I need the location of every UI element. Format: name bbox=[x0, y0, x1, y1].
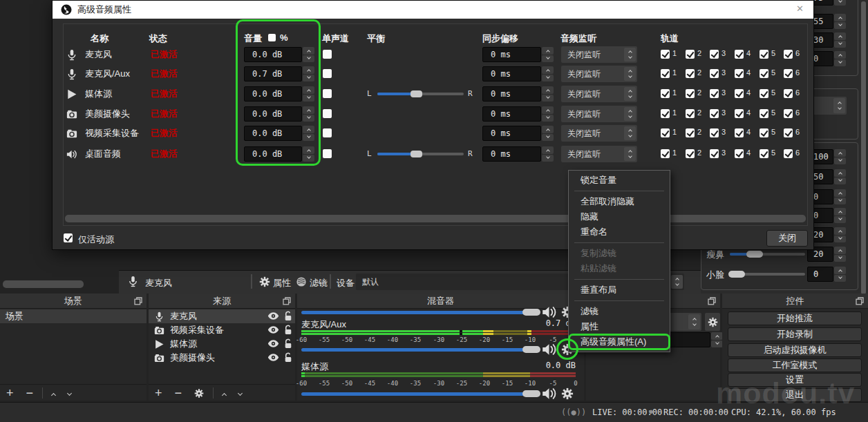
source-properties-gear-icon[interactable] bbox=[188, 387, 210, 398]
eye-icon[interactable] bbox=[267, 311, 279, 320]
spin-down-button[interactable] bbox=[834, 59, 846, 67]
source-list-item[interactable]: 美颜摄像头 bbox=[149, 351, 295, 365]
track-2-checkbox[interactable] bbox=[686, 50, 695, 59]
sync-offset-spinner[interactable] bbox=[542, 146, 554, 162]
beauty-spinner[interactable] bbox=[834, 169, 846, 184]
spin-up-button[interactable] bbox=[834, 189, 846, 197]
track-1-checkbox[interactable] bbox=[661, 50, 670, 59]
control-button-4[interactable]: 工作室模式 bbox=[728, 358, 862, 372]
volume-spinner[interactable] bbox=[303, 146, 314, 162]
sync-offset-spinner[interactable] bbox=[542, 106, 554, 122]
spin-down-button[interactable] bbox=[303, 134, 314, 142]
spin-down-button[interactable] bbox=[834, 157, 846, 165]
monitoring-dropdown[interactable]: 关闭监听 bbox=[561, 146, 637, 162]
monitoring-dropdown[interactable]: 关闭监听 bbox=[561, 66, 637, 82]
lock-icon[interactable] bbox=[284, 352, 292, 363]
beauty-spinner[interactable] bbox=[834, 247, 846, 262]
spin-down-button[interactable] bbox=[834, 41, 846, 48]
menu-item-generic[interactable]: 隐藏 bbox=[569, 209, 670, 224]
track-2-checkbox[interactable] bbox=[686, 109, 695, 118]
volume-percent-toggle[interactable] bbox=[268, 34, 276, 41]
spin-up-button[interactable] bbox=[303, 86, 314, 94]
source-list-item[interactable]: 视频采集设备 bbox=[149, 323, 295, 337]
beauty-spinner[interactable] bbox=[834, 208, 846, 223]
menu-item-generic[interactable]: 全部取消隐藏 bbox=[569, 194, 670, 209]
monitoring-dropdown[interactable]: 关闭监听 bbox=[561, 106, 637, 122]
sync-offset-spinner[interactable] bbox=[542, 86, 554, 102]
sync-offset-field[interactable]: 0 ms bbox=[482, 126, 541, 141]
popout-icon[interactable] bbox=[134, 297, 142, 305]
source-down-button[interactable] bbox=[232, 386, 248, 400]
add-source-button[interactable]: + bbox=[149, 386, 169, 400]
spin-down-button[interactable] bbox=[834, 198, 846, 205]
mixer-volume-slider[interactable] bbox=[301, 348, 537, 352]
mono-checkbox[interactable] bbox=[323, 69, 332, 78]
sync-offset-field[interactable]: 0 ms bbox=[482, 47, 541, 62]
control-button-6[interactable]: 退出 bbox=[728, 388, 862, 402]
mono-checkbox[interactable] bbox=[323, 89, 332, 98]
track-5-checkbox[interactable] bbox=[760, 89, 768, 98]
monitoring-dropdown[interactable]: 关闭监听 bbox=[561, 46, 637, 63]
track-2-checkbox[interactable] bbox=[686, 149, 695, 158]
volume-spinner[interactable] bbox=[303, 106, 314, 122]
track-5-checkbox[interactable] bbox=[760, 69, 768, 78]
spin-down-button[interactable] bbox=[303, 115, 314, 122]
mixer-slider-handle[interactable] bbox=[522, 390, 540, 397]
spin-down-button[interactable] bbox=[303, 75, 314, 82]
track-3-checkbox[interactable] bbox=[710, 149, 719, 158]
spin-down-button[interactable] bbox=[303, 55, 314, 63]
track-1-checkbox[interactable] bbox=[661, 149, 670, 158]
track-4-checkbox[interactable] bbox=[735, 89, 744, 98]
volume-field[interactable]: 0.0 dB bbox=[244, 47, 302, 62]
beauty-slider-handle[interactable] bbox=[728, 271, 745, 278]
track-5-checkbox[interactable] bbox=[760, 50, 768, 59]
sync-offset-field[interactable]: 0 ms bbox=[482, 106, 541, 122]
spin-down-button[interactable] bbox=[542, 115, 554, 122]
monitoring-dropdown[interactable]: 关闭监听 bbox=[561, 125, 637, 142]
track-6-checkbox[interactable] bbox=[784, 89, 793, 98]
spin-down-button[interactable] bbox=[542, 75, 554, 82]
dropdown-spinner[interactable] bbox=[624, 147, 636, 161]
monitoring-dropdown[interactable]: 关闭监听 bbox=[561, 86, 637, 102]
beauty-spinner[interactable] bbox=[834, 149, 846, 164]
control-button-5[interactable]: 设置 bbox=[728, 373, 862, 387]
track-5-checkbox[interactable] bbox=[760, 109, 768, 118]
sync-offset-field[interactable]: 0 ms bbox=[482, 146, 541, 162]
scene-up-button[interactable] bbox=[46, 386, 62, 400]
spin-up-button[interactable] bbox=[834, 149, 846, 157]
sync-offset-spinner[interactable] bbox=[542, 66, 554, 81]
add-scene-button[interactable]: + bbox=[0, 386, 20, 400]
dropdown-spinner[interactable] bbox=[624, 107, 636, 121]
volume-field[interactable]: 0.0 dB bbox=[244, 126, 302, 141]
beauty-spinner[interactable] bbox=[834, 14, 846, 29]
menu-item-generic[interactable]: 属性 bbox=[569, 319, 670, 334]
spin-up-button[interactable] bbox=[303, 66, 314, 74]
volume-spinner[interactable] bbox=[303, 86, 314, 102]
popout-icon[interactable] bbox=[283, 297, 291, 305]
beauty-spinner[interactable] bbox=[834, 267, 846, 282]
scene-down-button[interactable] bbox=[62, 386, 77, 400]
lock-icon[interactable] bbox=[284, 338, 292, 349]
track-1-checkbox[interactable] bbox=[661, 89, 670, 98]
menu-item-generic[interactable]: 滤镜 bbox=[569, 304, 670, 319]
track-2-checkbox[interactable] bbox=[686, 89, 695, 98]
properties-button[interactable]: 属性 bbox=[273, 277, 291, 289]
volume-spinner[interactable] bbox=[303, 126, 314, 141]
track-1-checkbox[interactable] bbox=[661, 69, 670, 78]
beauty-slider-handle[interactable] bbox=[746, 251, 763, 258]
spin-down-button[interactable] bbox=[542, 155, 554, 162]
sync-offset-spinner[interactable] bbox=[542, 126, 554, 141]
balance-handle[interactable] bbox=[411, 151, 422, 157]
transition-gear-button[interactable] bbox=[705, 313, 720, 331]
spin-up-button[interactable] bbox=[834, 51, 846, 59]
track-4-checkbox[interactable] bbox=[735, 149, 744, 158]
track-3-checkbox[interactable] bbox=[710, 89, 719, 98]
source-list-item[interactable]: 麦克风 bbox=[149, 309, 295, 323]
track-4-checkbox[interactable] bbox=[735, 128, 744, 137]
menu-item-advanced-audio-properties[interactable]: 高级音频属性(A) bbox=[569, 334, 670, 349]
beauty-spinner[interactable] bbox=[834, 32, 846, 48]
sync-offset-field[interactable]: 0 ms bbox=[482, 66, 541, 81]
spin-down-button[interactable] bbox=[542, 95, 554, 102]
track-5-checkbox[interactable] bbox=[760, 149, 768, 158]
dialog-titlebar[interactable]: 高级音频属性 ✕ bbox=[53, 1, 813, 19]
